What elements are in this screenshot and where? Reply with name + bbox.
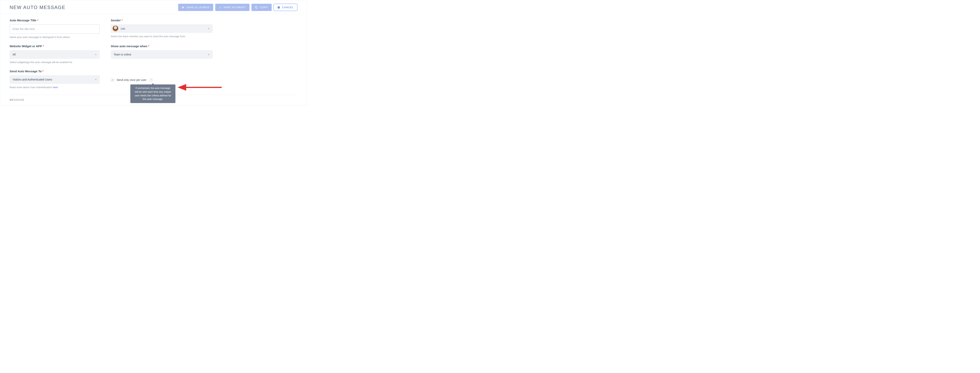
field-show-when: Show auto message when* Team is online ▼ <box>111 44 213 63</box>
help-sender: Select the team member you want to send … <box>111 35 213 38</box>
label-widget: Website Widget or APP* <box>10 44 100 48</box>
chevron-down-icon: ▼ <box>208 54 210 56</box>
show-when-value: Team is online <box>114 53 131 56</box>
send-once-label: Send only once per user <box>117 78 146 81</box>
label-show-when: Show auto message when* <box>111 44 213 48</box>
field-send-to: Send Auto Message To* Visitors and Authe… <box>10 70 100 89</box>
header-actions: SAVE & LAUNCH SAVE AS DRAFT COPY CANCEL <box>178 4 298 11</box>
check-icon <box>219 6 222 9</box>
chevron-down-icon: ▼ <box>208 28 210 30</box>
field-sender: Sender* Les ▼ Select the team member you… <box>111 19 213 39</box>
label-sender: Sender* <box>111 19 213 22</box>
form-area: Auto Message Title* Name your auto messa… <box>0 14 307 89</box>
label-title: Auto Message Title* <box>10 19 100 22</box>
widget-select[interactable]: All ▼ <box>10 50 100 59</box>
chevron-down-icon: ▼ <box>95 54 97 56</box>
sender-value: Les <box>121 27 125 30</box>
required-asterisk: * <box>121 19 123 22</box>
help-icon[interactable]: ? <box>150 78 153 81</box>
required-asterisk: * <box>37 19 38 22</box>
cancel-label: CANCEL <box>282 6 294 9</box>
title-input[interactable] <box>10 24 100 34</box>
save-launch-button[interactable]: SAVE & LAUNCH <box>178 4 213 11</box>
send-once-row: Send only once per user ? <box>111 78 213 82</box>
send-to-value: Visitors and Authenticated Users <box>13 78 52 81</box>
save-draft-label: SAVE AS DRAFT <box>224 6 246 9</box>
field-title: Auto Message Title* Name your auto messa… <box>10 19 100 39</box>
help-widget: Select widget/app this auto message will… <box>10 61 100 63</box>
required-asterisk: * <box>43 44 44 48</box>
widget-value: All <box>13 53 16 56</box>
avatar <box>113 25 118 32</box>
required-asterisk: * <box>42 70 43 73</box>
save-launch-label: SAVE & LAUNCH <box>186 6 209 9</box>
page-root: NEW AUTO MESSAGE SAVE & LAUNCH SAVE AS D… <box>0 0 307 105</box>
help-title: Name your auto message to distinguish it… <box>10 36 100 39</box>
send-once-tooltip: If unchecked, the auto message will be s… <box>130 84 175 103</box>
copy-button[interactable]: COPY <box>251 4 272 11</box>
auth-link[interactable]: here <box>53 86 58 89</box>
field-widget: Website Widget or APP* All ▼ Select widg… <box>10 44 100 63</box>
send-to-select[interactable]: Visitors and Authenticated Users ▼ <box>10 75 100 84</box>
chevron-down-icon: ▼ <box>95 79 97 81</box>
cancel-icon <box>277 6 280 9</box>
copy-label: COPY <box>260 6 268 9</box>
page-header: NEW AUTO MESSAGE SAVE & LAUNCH SAVE AS D… <box>0 0 307 14</box>
cancel-button[interactable]: CANCEL <box>274 4 298 11</box>
sender-select[interactable]: Les ▼ <box>111 24 213 33</box>
page-title: NEW AUTO MESSAGE <box>10 5 65 10</box>
checkmark-icon <box>111 79 114 81</box>
label-send-to: Send Auto Message To* <box>10 70 100 73</box>
send-once-checkbox[interactable] <box>111 78 114 82</box>
help-send-to: Read more about User Authentication here <box>10 86 100 89</box>
copy-icon <box>255 6 258 9</box>
required-asterisk: * <box>148 44 150 48</box>
save-draft-button[interactable]: SAVE AS DRAFT <box>215 4 250 11</box>
show-when-select[interactable]: Team is online ▼ <box>111 50 213 59</box>
paper-plane-icon <box>182 6 185 9</box>
